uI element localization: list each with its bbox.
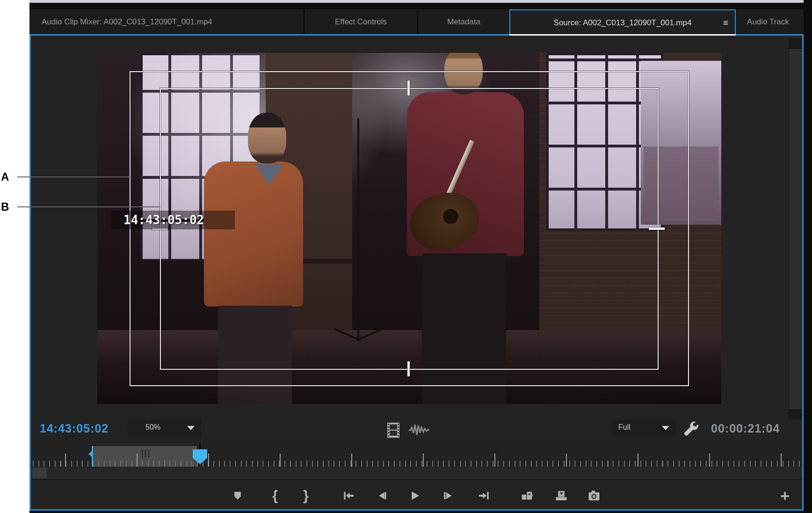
callout-label-b: B [1, 200, 9, 213]
playhead-flag [193, 449, 207, 464]
tab-source-monitor[interactable]: Source: A002_C013_12090T_001.mp4 ≡ [509, 9, 736, 34]
go-to-in-icon [342, 491, 355, 501]
callout-line-b [17, 206, 160, 207]
vertical-scrollbar-thumb[interactable] [789, 49, 802, 409]
add-marker-icon [232, 491, 243, 501]
overwrite-icon [555, 490, 568, 502]
center-tick-right [649, 227, 665, 230]
insert-button[interactable] [519, 487, 536, 504]
add-marker-button[interactable] [229, 487, 246, 504]
panel-focus-border-bottom [29, 509, 804, 511]
in-out-range-bar[interactable] [92, 446, 197, 467]
playback-resolution-value: Full [618, 423, 631, 432]
in-point-marker[interactable] [92, 446, 93, 467]
playhead-timecode-field[interactable]: 14:43:05:02 [40, 422, 109, 435]
playhead-stem [199, 444, 201, 450]
drag-audio-waveform-icon[interactable] [408, 423, 429, 440]
tab-source-label: Source: A002_C013_12090T_001.mp4 [554, 18, 692, 27]
window-chrome-bar [29, 3, 804, 9]
playback-resolution-select[interactable]: Full [610, 420, 676, 436]
tab-audio-track-mixer[interactable]: Audio Track [737, 9, 804, 34]
panel-tab-bar: Audio Clip Mixer: A002_C013_12090T_001.m… [29, 9, 804, 34]
settings-wrench-icon[interactable] [682, 420, 701, 440]
center-tick-bottom [407, 361, 410, 376]
go-to-in-button[interactable] [340, 487, 357, 504]
video-preview-frame: 14:43:05:02 [97, 53, 721, 404]
step-forward-icon [443, 491, 453, 501]
mark-in-button[interactable]: { [266, 487, 284, 504]
button-editor-button[interactable]: + [776, 487, 794, 504]
drag-video-filmstrip-icon[interactable] [386, 422, 400, 440]
screenshot-root: Audio Clip Mixer: A002_C013_12090T_001.m… [0, 0, 812, 513]
tab-metadata[interactable]: Metadata [418, 9, 509, 34]
go-to-out-button[interactable] [475, 487, 493, 504]
panel-focus-border-right [802, 34, 804, 511]
zoom-level-select[interactable]: 50% [128, 420, 201, 436]
time-ruler[interactable] [31, 444, 802, 467]
burned-in-timecode: 14:43:05:02 [123, 213, 204, 227]
callout-line-a [17, 176, 130, 177]
horizontal-scrollbar-thumb[interactable] [32, 468, 47, 478]
panel-menu-icon[interactable]: ≡ [723, 10, 728, 34]
step-forward-button[interactable] [439, 487, 457, 504]
step-back-icon [377, 491, 387, 501]
export-frame-camera-icon [587, 490, 601, 502]
step-back-button[interactable] [373, 487, 391, 504]
horizontal-scrollbar-track[interactable] [31, 467, 802, 480]
playhead-marker[interactable] [192, 444, 208, 465]
play-icon [409, 490, 420, 501]
tab-effect-controls[interactable]: Effect Controls [304, 9, 417, 34]
transport-controls-bar: { } [31, 481, 802, 509]
burned-in-timecode-overlay: 14:43:05:02 [111, 211, 235, 229]
tab-audio-clip-mixer[interactable]: Audio Clip Mixer: A002_C013_12090T_001.m… [29, 9, 304, 34]
zoom-dropdown-arrow-icon [187, 426, 195, 430]
play-button[interactable] [406, 487, 424, 504]
overwrite-button[interactable] [552, 487, 570, 504]
center-tick-top [407, 81, 410, 95]
range-grip-handle[interactable] [142, 449, 150, 457]
resolution-dropdown-arrow-icon [662, 426, 669, 430]
in-out-duration-timecode: 00:00:21:04 [711, 422, 780, 435]
insert-icon [521, 490, 534, 502]
export-frame-button[interactable] [585, 487, 603, 504]
window-right-background [804, 0, 812, 513]
window-bottom-background [29, 511, 804, 513]
zoom-level-value: 50% [145, 423, 160, 432]
callout-label-a: A [1, 170, 9, 183]
mark-out-button[interactable]: } [297, 487, 315, 504]
go-to-out-icon [478, 491, 490, 501]
